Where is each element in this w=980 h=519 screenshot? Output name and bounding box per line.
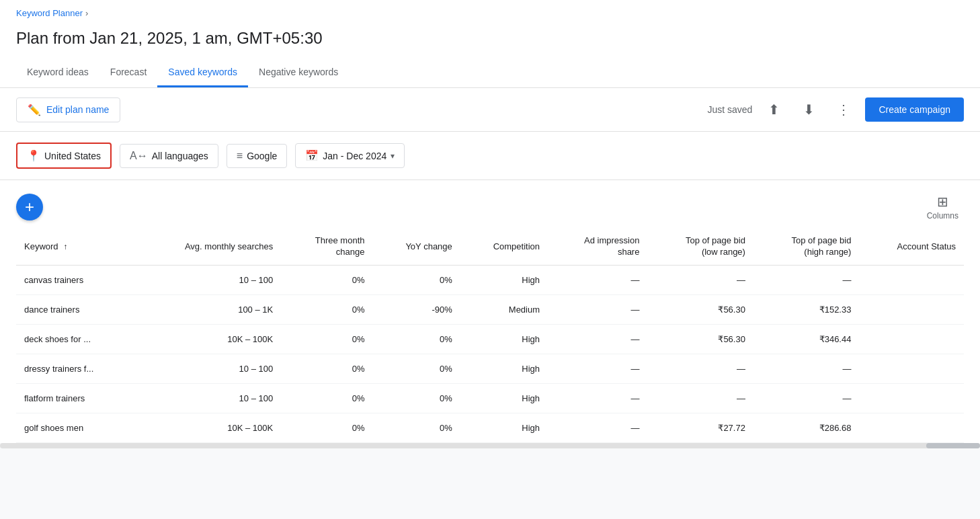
table-cell: 0% [281, 294, 372, 324]
table-cell: 100 – 1K [136, 294, 282, 324]
table-cell: golf shoes men [16, 413, 136, 442]
toolbar-right: Just saved ⬆ ⬇ ⋮ Create campaign [707, 96, 964, 123]
table-row: deck shoes for ...10K – 100K0%0%High—₹56… [16, 324, 964, 354]
toolbar: ✏️ Edit plan name Just saved ⬆ ⬇ ⋮ Creat… [0, 88, 980, 132]
th-ad-impression: Ad impressionshare [548, 229, 647, 265]
more-icon: ⋮ [837, 102, 850, 118]
table-cell [859, 324, 964, 354]
th-three-month: Three monthchange [281, 229, 372, 265]
more-options-button[interactable]: ⋮ [830, 96, 857, 123]
table-cell [859, 413, 964, 442]
table-cell [859, 354, 964, 383]
network-filter[interactable]: ≡ Google [227, 144, 288, 168]
table-cell: 0% [373, 354, 460, 383]
network-filter-label: Google [247, 151, 277, 161]
table-cell: canvas trainers [16, 265, 136, 294]
keywords-table: Keyword ↑ Avg. monthly searches Three mo… [16, 229, 964, 443]
table-cell: ₹56.30 [647, 324, 753, 354]
just-saved-status: Just saved [707, 104, 752, 115]
table-cell: — [647, 265, 753, 294]
table-cell: High [460, 324, 548, 354]
columns-button[interactable]: ⊞ Columns [922, 191, 964, 223]
th-competition: Competition [460, 229, 548, 265]
table-cell: ₹346.44 [753, 324, 860, 354]
table-cell: ₹56.30 [647, 294, 753, 324]
tab-saved-keywords[interactable]: Saved keywords [157, 58, 248, 87]
th-top-bid-low: Top of page bid(low range) [647, 229, 753, 265]
location-filter[interactable]: 📍 United States [16, 143, 112, 169]
table-row: golf shoes men10K – 100K0%0%High—₹27.72₹… [16, 413, 964, 442]
table-cell: 10 – 100 [136, 265, 282, 294]
scrollbar-thumb [926, 443, 980, 448]
scrollbar[interactable] [0, 443, 980, 448]
date-range-filter[interactable]: 📅 Jan - Dec 2024 ▾ [295, 143, 405, 168]
table-cell: — [647, 354, 753, 383]
table-cell: — [548, 294, 647, 324]
table-cell: High [460, 354, 548, 383]
table-cell: 0% [281, 354, 372, 383]
breadcrumb-separator: › [85, 8, 88, 18]
th-keyword: Keyword ↑ [16, 229, 136, 265]
tab-keyword-ideas[interactable]: Keyword ideas [16, 58, 99, 87]
table-cell: 10 – 100 [136, 383, 282, 413]
th-avg-monthly: Avg. monthly searches [136, 229, 282, 265]
tab-forecast[interactable]: Forecast [99, 58, 157, 87]
table-cell: — [647, 383, 753, 413]
table-cell: 0% [373, 383, 460, 413]
table-row: flatform trainers10 – 1000%0%High——— [16, 383, 964, 413]
table-cell: 10K – 100K [136, 413, 282, 442]
table-row: dressy trainers f...10 – 1000%0%High——— [16, 354, 964, 383]
table-cell [859, 294, 964, 324]
table-row: dance trainers100 – 1K0%-90%Medium—₹56.3… [16, 294, 964, 324]
table-cell: Medium [460, 294, 548, 324]
columns-label: Columns [927, 211, 958, 221]
share-button[interactable]: ⬆ [760, 96, 787, 123]
table-cell: High [460, 413, 548, 442]
columns-icon: ⊞ [937, 194, 948, 210]
th-top-bid-high: Top of page bid(high range) [753, 229, 860, 265]
language-filter[interactable]: A↔ All languages [120, 144, 218, 168]
edit-plan-label: Edit plan name [46, 104, 109, 115]
download-icon: ⬇ [803, 102, 815, 118]
table-cell: -90% [373, 294, 460, 324]
table-cell: 10K – 100K [136, 324, 282, 354]
table-cell: High [460, 265, 548, 294]
table-cell: flatform trainers [16, 383, 136, 413]
table-row: canvas trainers10 – 1000%0%High——— [16, 265, 964, 294]
location-icon: 📍 [27, 149, 40, 162]
sort-icon: ↑ [63, 242, 67, 251]
table-cell: — [548, 324, 647, 354]
language-icon: A↔ [130, 150, 148, 162]
add-keyword-button[interactable]: + [16, 194, 43, 221]
th-yoy: YoY change [373, 229, 460, 265]
table-cell: 0% [373, 265, 460, 294]
add-btn-row: + ⊞ Columns [16, 180, 964, 229]
table-cell: — [548, 413, 647, 442]
edit-icon: ✏️ [28, 104, 41, 116]
table-cell: — [548, 265, 647, 294]
download-button[interactable]: ⬇ [795, 96, 822, 123]
share-icon: ⬆ [768, 102, 780, 118]
table-cell: ₹152.33 [753, 294, 860, 324]
breadcrumb-link[interactable]: Keyword Planner [16, 8, 83, 18]
plan-title: Plan from Jan 21, 2025, 1 am, GMT+05:30 [16, 24, 964, 58]
th-account-status: Account Status [859, 229, 964, 265]
table-cell: ₹286.68 [753, 413, 860, 442]
table-cell: dressy trainers f... [16, 354, 136, 383]
table-cell [859, 265, 964, 294]
create-campaign-button[interactable]: Create campaign [865, 97, 964, 122]
edit-plan-button[interactable]: ✏️ Edit plan name [16, 97, 120, 122]
table-cell: — [548, 354, 647, 383]
chevron-down-icon: ▾ [391, 151, 395, 161]
breadcrumb: Keyword Planner › [16, 0, 964, 24]
date-range-label: Jan - Dec 2024 [323, 151, 386, 161]
tab-negative-keywords[interactable]: Negative keywords [248, 58, 349, 87]
network-icon: ≡ [237, 150, 243, 162]
table-header-row: Keyword ↑ Avg. monthly searches Three mo… [16, 229, 964, 265]
table-cell: — [753, 354, 860, 383]
language-filter-label: All languages [152, 151, 208, 161]
table-cell: 0% [281, 413, 372, 442]
table-cell: ₹27.72 [647, 413, 753, 442]
table-cell: — [753, 265, 860, 294]
table-cell: 0% [373, 324, 460, 354]
